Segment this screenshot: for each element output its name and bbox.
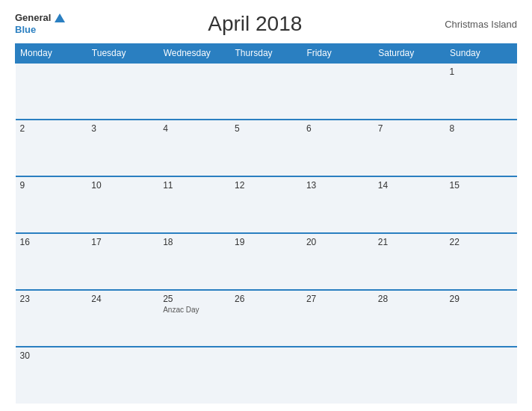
logo-general-text: General: [15, 12, 51, 24]
calendar-day-cell: [158, 347, 230, 404]
day-number: 25: [163, 294, 226, 304]
calendar-day-cell: 6: [302, 120, 374, 176]
calendar-header-row: MondayTuesdayWednesdayThursdayFridaySatu…: [16, 44, 517, 64]
day-number: 29: [450, 294, 513, 304]
calendar-day-cell: 20: [302, 233, 374, 290]
calendar-week-row: 232425Anzac Day26272829: [16, 290, 517, 347]
calendar-day-cell: 14: [374, 176, 445, 233]
calendar-day-cell: 30: [16, 347, 87, 404]
calendar-header: General Blue April 2018 Christmas Island: [15, 7, 517, 43]
calendar-day-cell: 29: [445, 290, 517, 347]
calendar-day-cell: 25Anzac Day: [158, 290, 230, 347]
day-number: 17: [91, 237, 154, 247]
calendar-day-cell: [87, 347, 158, 404]
day-number: 26: [235, 294, 297, 304]
event-label: Anzac Day: [163, 306, 226, 314]
calendar-day-cell: 27: [302, 290, 374, 347]
logo-triangle-icon: [55, 13, 65, 22]
day-number: 21: [378, 237, 441, 247]
weekday-header-thursday: Thursday: [230, 44, 302, 64]
calendar-day-cell: [230, 347, 302, 404]
calendar-day-cell: 10: [87, 176, 158, 233]
calendar-day-cell: 22: [445, 233, 517, 290]
calendar-body: 1234567891011121314151617181920212223242…: [16, 63, 517, 404]
calendar-day-cell: 17: [87, 233, 158, 290]
weekday-header-monday: Monday: [16, 44, 87, 64]
calendar-day-cell: 9: [16, 176, 87, 233]
day-number: 16: [20, 237, 83, 247]
weekday-header-sunday: Sunday: [445, 44, 517, 64]
logo: General Blue: [15, 12, 65, 35]
calendar-day-cell: 4: [158, 120, 230, 176]
day-number: 6: [306, 123, 369, 134]
calendar-day-cell: 3: [87, 120, 158, 176]
logo-blue-text: Blue: [15, 24, 36, 36]
calendar-day-cell: 23: [16, 290, 87, 347]
calendar-day-cell: 2: [16, 120, 87, 176]
calendar-day-cell: 13: [302, 176, 374, 233]
day-number: 30: [20, 350, 83, 361]
calendar-week-row: 30: [16, 347, 517, 404]
day-number: 2: [20, 123, 83, 134]
day-number: 22: [450, 237, 513, 247]
day-number: 12: [235, 180, 297, 191]
day-number: 23: [20, 294, 83, 304]
calendar-day-cell: 19: [230, 233, 302, 290]
day-number: 14: [378, 180, 441, 191]
day-number: 10: [91, 180, 154, 191]
day-number: 19: [235, 237, 297, 247]
day-number: 9: [20, 180, 83, 191]
calendar-day-cell: 11: [158, 176, 230, 233]
calendar-day-cell: [302, 347, 374, 404]
calendar-week-row: 16171819202122: [16, 233, 517, 290]
day-number: 11: [163, 180, 226, 191]
calendar-day-cell: [374, 63, 445, 120]
calendar-day-cell: 26: [230, 290, 302, 347]
weekday-row: MondayTuesdayWednesdayThursdayFridaySatu…: [16, 44, 517, 64]
day-number: 1: [450, 67, 513, 77]
calendar-day-cell: 24: [87, 290, 158, 347]
calendar-day-cell: [158, 63, 230, 120]
calendar-day-cell: 16: [16, 233, 87, 290]
calendar-week-row: 2345678: [16, 120, 517, 176]
day-number: 18: [163, 237, 226, 247]
calendar-title: April 2018: [208, 12, 302, 36]
calendar-day-cell: [445, 347, 517, 404]
region-label: Christmas Island: [445, 19, 517, 30]
calendar-day-cell: 5: [230, 120, 302, 176]
calendar-day-cell: [16, 63, 87, 120]
calendar-week-row: 9101112131415: [16, 176, 517, 233]
day-number: 13: [306, 180, 369, 191]
day-number: 15: [450, 180, 513, 191]
calendar-day-cell: [374, 347, 445, 404]
weekday-header-saturday: Saturday: [374, 44, 445, 64]
calendar-day-cell: 1: [445, 63, 517, 120]
day-number: 5: [235, 123, 297, 134]
calendar-day-cell: 8: [445, 120, 517, 176]
day-number: 4: [163, 123, 226, 134]
day-number: 27: [306, 294, 369, 304]
day-number: 7: [378, 123, 441, 134]
calendar-day-cell: [230, 63, 302, 120]
calendar-table: MondayTuesdayWednesdayThursdayFridaySatu…: [15, 43, 517, 404]
calendar-day-cell: [87, 63, 158, 120]
calendar-day-cell: 18: [158, 233, 230, 290]
weekday-header-wednesday: Wednesday: [158, 44, 230, 64]
calendar-day-cell: [302, 63, 374, 120]
calendar-day-cell: 7: [374, 120, 445, 176]
day-number: 24: [91, 294, 154, 304]
day-number: 28: [378, 294, 441, 304]
calendar-day-cell: 15: [445, 176, 517, 233]
weekday-header-friday: Friday: [302, 44, 374, 64]
weekday-header-tuesday: Tuesday: [87, 44, 158, 64]
calendar-day-cell: 28: [374, 290, 445, 347]
day-number: 20: [306, 237, 369, 247]
day-number: 8: [450, 123, 513, 134]
calendar-day-cell: 12: [230, 176, 302, 233]
day-number: 3: [91, 123, 154, 134]
calendar-week-row: 1: [16, 63, 517, 120]
calendar-day-cell: 21: [374, 233, 445, 290]
